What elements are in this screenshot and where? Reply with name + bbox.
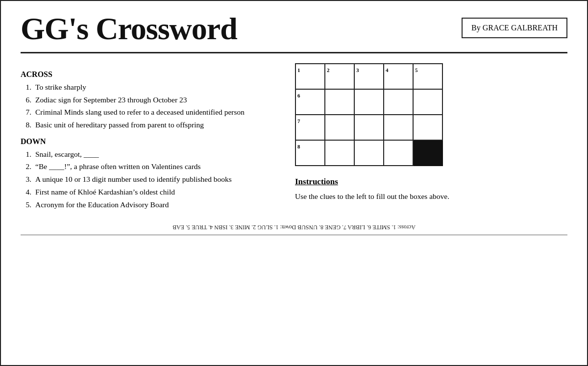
header: GG's Crossword By GRACE GALBREATH [21,11,567,53]
clue-num: 5. [21,199,31,210]
cell-number: 4 [386,67,389,73]
clue-num: 1. [21,149,31,160]
clue-text: Acronym for the Education Advisory Board [35,199,275,210]
list-item: 5.Acronym for the Education Advisory Boa… [21,199,275,210]
table-row[interactable] [413,89,442,115]
table-row[interactable] [413,115,442,140]
table-row[interactable]: 5 [413,64,442,89]
instructions-text: Use the clues to the left to fill out th… [295,191,567,202]
list-item: 6.Zodiac sign for September 23 through O… [21,95,275,105]
table-row[interactable]: 7 [295,115,325,140]
clue-text: A unique 10 or 13 digit number used to i… [35,174,275,185]
table-row[interactable] [384,89,413,115]
clue-num: 4. [21,187,31,197]
answers-footer: Across: 1. SMITE 6. LIBRA 7. GENE 8. UNS… [21,223,567,235]
instructions-section: Instructions Use the clues to the left t… [295,177,567,202]
table-row[interactable]: 8 [295,140,325,166]
across-clues: 1.To strike sharply6.Zodiac sign for Sep… [21,82,275,130]
cell-number: 3 [356,67,359,73]
list-item: 3.A unique 10 or 13 digit number used to… [21,174,275,185]
clue-text: To strike sharply [35,82,275,93]
list-item: 2.“Be ____!”, a phrase often written on … [21,161,275,172]
list-item: 8.Basic unit of hereditary passed from p… [21,120,275,130]
list-item: 1.Snail, escargot, ____ [21,149,275,160]
table-row[interactable] [384,140,413,166]
across-label: ACROSS [21,70,275,79]
clue-text: Zodiac sign for September 23 through Oct… [35,95,275,105]
byline-box: By GRACE GALBREATH [462,18,567,38]
table-row[interactable] [325,89,354,115]
instructions-title: Instructions [295,177,567,187]
table-row[interactable]: 3 [354,64,384,89]
cell-number: 2 [327,67,330,73]
table-row[interactable] [413,140,442,166]
clue-num: 6. [21,95,31,105]
crossword-grid: 12345678 [295,63,443,166]
answers-text: Across: 1. SMITE 6. LIBRA 7. GENE 8. UNS… [172,224,416,231]
table-row[interactable]: 1 [295,64,325,89]
list-item: 1.To strike sharply [21,82,275,93]
list-item: 7.Criminal Minds slang used to refer to … [21,107,275,118]
clue-text: First name of Khloé Kardashian’s oldest … [35,187,275,197]
cell-number: 8 [297,144,300,149]
table-row[interactable]: 4 [384,64,413,89]
clue-num: 3. [21,174,31,185]
table-row[interactable] [325,115,354,140]
clue-text: Basic unit of hereditary passed from par… [35,120,275,130]
clue-text: Criminal Minds slang used to refer to a … [35,107,275,118]
table-row[interactable]: 6 [295,89,325,115]
clues-panel: ACROSS 1.To strike sharply6.Zodiac sign … [21,63,275,212]
table-row[interactable] [384,115,413,140]
clue-text: “Be ____!”, a phrase often written on Va… [35,161,275,172]
table-row[interactable] [325,140,354,166]
page-title: GG's Crossword [21,11,237,47]
clue-num: 8. [21,120,31,130]
table-row[interactable] [354,115,384,140]
down-clues: 1.Snail, escargot, ____2.“Be ____!”, a p… [21,149,275,210]
cell-number: 1 [297,67,300,73]
cell-number: 7 [297,118,300,124]
list-item: 4.First name of Khloé Kardashian’s oldes… [21,187,275,197]
clue-num: 1. [21,82,31,93]
table-row[interactable] [354,89,384,115]
byline-text: By GRACE GALBREATH [471,24,558,32]
cell-number: 6 [297,93,300,98]
main-content: ACROSS 1.To strike sharply6.Zodiac sign … [21,63,567,212]
down-label: DOWN [21,137,275,146]
table-row[interactable]: 2 [325,64,354,89]
grid-container: 12345678 [295,63,567,166]
clue-text: Snail, escargot, ____ [35,149,275,160]
table-row[interactable] [354,140,384,166]
clue-num: 7. [21,107,31,118]
cell-number: 5 [415,67,418,73]
clue-num: 2. [21,161,31,172]
right-panel: 12345678 Instructions Use the clues to t… [295,63,567,212]
